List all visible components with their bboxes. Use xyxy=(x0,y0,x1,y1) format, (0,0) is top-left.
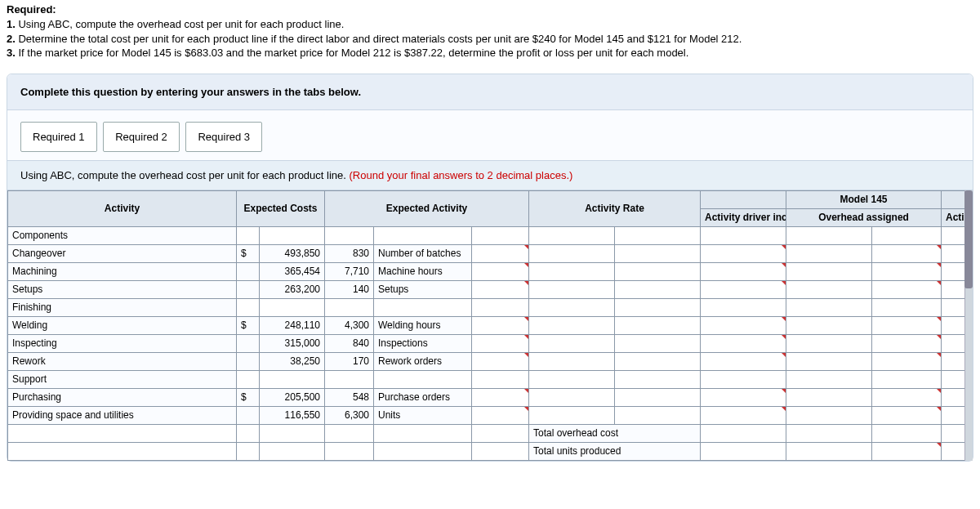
group-empty xyxy=(260,226,325,244)
dollar-sign xyxy=(237,334,260,352)
tab-required-2[interactable]: Required 2 xyxy=(103,122,180,152)
overhead-assigned-145[interactable] xyxy=(872,334,942,352)
totals-label-0: Total overhead cost xyxy=(529,424,701,442)
driver-incurred-145[interactable] xyxy=(701,352,786,370)
totals-empty xyxy=(260,442,325,460)
totals-oval xyxy=(872,424,942,442)
group-empty xyxy=(260,370,325,388)
dollar-sign xyxy=(237,406,260,424)
overhead-assigned-145[interactable] xyxy=(872,406,942,424)
expected-qty: 6,300 xyxy=(325,406,374,424)
question-panel: Complete this question by entering your … xyxy=(7,74,973,462)
expected-cost: 38,250 xyxy=(260,352,325,370)
expected-unit: Machine hours xyxy=(374,262,472,280)
activity-name: Rework xyxy=(8,352,237,370)
totals-empty xyxy=(325,424,374,442)
group-empty xyxy=(615,298,701,316)
activity-name: Machining xyxy=(8,262,237,280)
totals-empty xyxy=(237,442,260,460)
expected-activity-extra[interactable] xyxy=(472,316,529,334)
expected-activity-extra[interactable] xyxy=(472,244,529,262)
dollar-sign xyxy=(237,262,260,280)
overhead-sym-145 xyxy=(786,334,872,352)
activity-name: Providing space and utilities xyxy=(8,406,237,424)
overhead-assigned-145[interactable] xyxy=(872,244,942,262)
group-empty xyxy=(374,370,472,388)
rate-val xyxy=(615,388,701,406)
driver-incurred-145[interactable] xyxy=(701,280,786,298)
th-expected-costs: Expected Costs xyxy=(237,190,325,226)
rate-val xyxy=(615,244,701,262)
driver-incurred-145[interactable] xyxy=(701,334,786,352)
group-empty xyxy=(237,370,260,388)
intro-line-1: Using ABC, compute the overhead cost per… xyxy=(18,18,344,30)
expected-activity-extra[interactable] xyxy=(472,352,529,370)
group-empty xyxy=(325,298,374,316)
rate-sym xyxy=(529,316,615,334)
expected-activity-extra[interactable] xyxy=(472,388,529,406)
group-empty xyxy=(615,370,701,388)
expected-activity-extra[interactable] xyxy=(472,280,529,298)
overhead-sym-145 xyxy=(786,316,872,334)
totals-empty xyxy=(374,424,472,442)
rate-val xyxy=(615,262,701,280)
expected-unit: Number of batches xyxy=(374,244,472,262)
overhead-assigned-145[interactable] xyxy=(872,388,942,406)
driver-incurred-145[interactable] xyxy=(701,244,786,262)
group-empty xyxy=(237,298,260,316)
expected-cost: 315,000 xyxy=(260,334,325,352)
expected-qty: 548 xyxy=(325,388,374,406)
tab-required-1[interactable]: Required 1 xyxy=(20,122,97,152)
totals-osym xyxy=(786,424,872,442)
activity-name: Purchasing xyxy=(8,388,237,406)
dollar-sign xyxy=(237,352,260,370)
dollar-sign: $ xyxy=(237,316,260,334)
overhead-sym-145 xyxy=(786,280,872,298)
activity-name: Setups xyxy=(8,280,237,298)
expected-unit: Setups xyxy=(374,280,472,298)
vertical-scrollbar[interactable] xyxy=(964,190,973,461)
driver-incurred-145[interactable] xyxy=(701,406,786,424)
expected-cost: 263,200 xyxy=(260,280,325,298)
overhead-assigned-145[interactable] xyxy=(872,316,942,334)
group-empty xyxy=(472,298,529,316)
totals-oval[interactable] xyxy=(872,442,942,460)
driver-incurred-145[interactable] xyxy=(701,316,786,334)
group-empty xyxy=(529,370,615,388)
group-empty xyxy=(325,370,374,388)
intro-text: 1. Using ABC, compute the overhead cost … xyxy=(0,16,980,67)
expected-cost: 493,850 xyxy=(260,244,325,262)
expected-activity-extra[interactable] xyxy=(472,406,529,424)
driver-incurred-145[interactable] xyxy=(701,388,786,406)
th-driver-incurred: Activity driver incurred xyxy=(701,208,786,226)
totals-driver xyxy=(701,442,786,460)
rate-sym xyxy=(529,262,615,280)
group-empty xyxy=(701,370,786,388)
group-empty xyxy=(786,226,872,244)
expected-activity-extra[interactable] xyxy=(472,334,529,352)
expected-cost: 116,550 xyxy=(260,406,325,424)
group-title-2: Support xyxy=(8,370,237,388)
th-overhead-assigned: Overhead assigned xyxy=(786,208,942,226)
group-empty xyxy=(260,298,325,316)
expected-qty: 830 xyxy=(325,244,374,262)
activity-name: Welding xyxy=(8,316,237,334)
th-expected-activity: Expected Activity xyxy=(325,190,529,226)
rate-sym xyxy=(529,406,615,424)
overhead-sym-145 xyxy=(786,406,872,424)
overhead-assigned-145[interactable] xyxy=(872,262,942,280)
overhead-assigned-145[interactable] xyxy=(872,352,942,370)
driver-incurred-145[interactable] xyxy=(701,262,786,280)
expected-unit: Inspections xyxy=(374,334,472,352)
tab-required-3[interactable]: Required 3 xyxy=(185,122,262,152)
dollar-sign xyxy=(237,280,260,298)
totals-empty xyxy=(260,424,325,442)
scrollbar-thumb[interactable] xyxy=(964,190,973,288)
expected-activity-extra[interactable] xyxy=(472,262,529,280)
group-empty xyxy=(872,298,942,316)
tabs-row: Required 1 Required 2 Required 3 xyxy=(7,110,973,152)
overhead-assigned-145[interactable] xyxy=(872,280,942,298)
instruction-bar: Complete this question by entering your … xyxy=(7,74,973,110)
expected-cost: 365,454 xyxy=(260,262,325,280)
rate-sym xyxy=(529,352,615,370)
